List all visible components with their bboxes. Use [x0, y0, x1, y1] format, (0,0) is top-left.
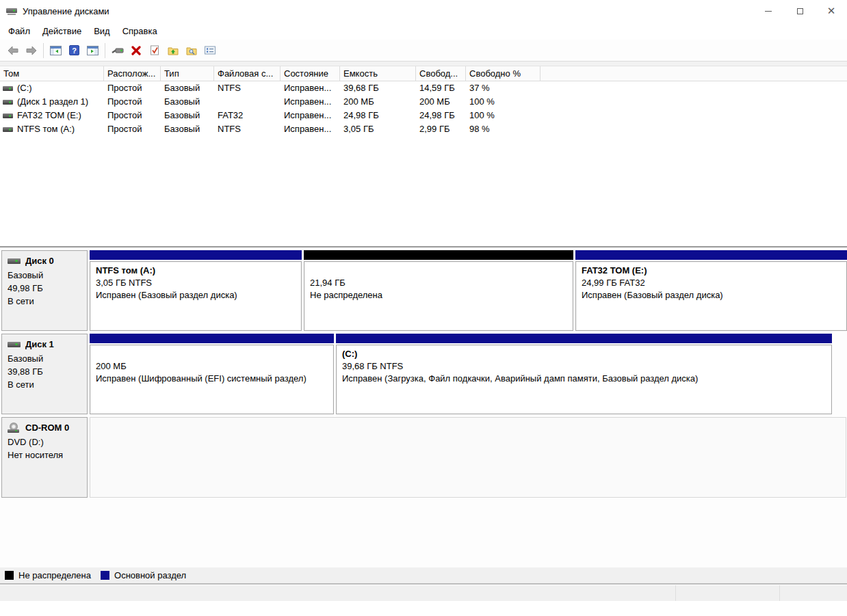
- volume-drive-icon: [3, 100, 13, 105]
- volume-cell[interactable]: (Диск 1 раздел 1): [0, 95, 104, 109]
- volume-cell[interactable]: FAT32 ТОМ (E:): [0, 109, 104, 122]
- fs-cell[interactable]: FAT32: [214, 109, 281, 122]
- folder-up-icon: [168, 46, 179, 55]
- type-cell[interactable]: Базовый: [161, 122, 214, 136]
- legend-label: Основной раздел: [114, 570, 186, 580]
- menu-file[interactable]: Файл: [2, 24, 36, 38]
- type-cell[interactable]: Базовый: [161, 95, 214, 109]
- free-cell[interactable]: 14,59 ГБ: [416, 81, 466, 95]
- status-cell[interactable]: Исправен...: [281, 122, 340, 136]
- partition-body[interactable]: NTFS том (A:) 3,05 ГБ NTFS Исправен (Баз…: [90, 261, 302, 331]
- table-row[interactable]: FAT32 ТОМ (E:) Простой Базовый FAT32 Исп…: [0, 109, 847, 122]
- toolbar: ?: [0, 40, 847, 62]
- column-header-free[interactable]: Свобод...: [416, 66, 466, 81]
- title-bar: Управление дисками ✕: [0, 0, 847, 22]
- delete-volume-button[interactable]: [127, 42, 145, 59]
- free-cell[interactable]: 2,99 ГБ: [416, 122, 466, 136]
- help-button[interactable]: ?: [65, 42, 83, 59]
- fs-cell[interactable]: NTFS: [214, 122, 281, 136]
- table-row[interactable]: (C:) Простой Базовый NTFS Исправен... 39…: [0, 81, 847, 95]
- check-page-button[interactable]: [145, 42, 164, 59]
- free-pct-cell[interactable]: 100 %: [466, 95, 540, 109]
- folder-up-button[interactable]: [164, 42, 182, 59]
- status-cell[interactable]: Исправен...: [281, 109, 340, 122]
- partition-title: FAT32 ТОМ (E:): [582, 265, 841, 277]
- disk-management-app-icon: [6, 7, 18, 16]
- type-cell[interactable]: Базовый: [161, 81, 214, 95]
- layout-cell[interactable]: Простой: [104, 95, 161, 109]
- disk-size: 49,98 ГБ: [8, 282, 84, 295]
- disk-1-panel[interactable]: Диск 1 Базовый 39,88 ГБ В сети: [1, 334, 88, 414]
- capacity-cell[interactable]: 3,05 ГБ: [340, 122, 416, 136]
- volume-name: FAT32 ТОМ (E:): [17, 109, 81, 122]
- column-header-filler: [540, 66, 847, 81]
- capacity-cell[interactable]: 200 МБ: [340, 95, 416, 109]
- column-header-status[interactable]: Состояние: [281, 66, 340, 81]
- disk-type: DVD (D:): [8, 436, 84, 448]
- column-header-capacity[interactable]: Емкость: [340, 66, 416, 81]
- minimize-button[interactable]: [753, 0, 784, 22]
- column-header-fs[interactable]: Файловая с...: [214, 66, 281, 81]
- disk-0-row: Диск 0 Базовый 49,98 ГБ В сети NTFS том …: [1, 250, 846, 331]
- free-pct-cell[interactable]: 100 %: [466, 109, 540, 122]
- partition-unallocated[interactable]: 21,94 ГБ Не распределена: [304, 250, 573, 331]
- volume-cell[interactable]: NTFS том (A:): [0, 122, 104, 136]
- partition-efi[interactable]: 200 МБ Исправен (Шифрованный (EFI) систе…: [90, 334, 334, 414]
- layout-cell[interactable]: Простой: [104, 81, 161, 95]
- filler-cell: [540, 122, 847, 136]
- folder-search-button[interactable]: [182, 42, 200, 59]
- maximize-button[interactable]: [784, 0, 816, 22]
- layout-cell[interactable]: Простой: [104, 122, 161, 136]
- back-icon: [8, 46, 18, 55]
- free-pct-cell[interactable]: 37 %: [466, 81, 540, 95]
- type-cell[interactable]: Базовый: [161, 109, 214, 122]
- disk-status: В сети: [8, 378, 84, 391]
- show-action-pane-button[interactable]: [83, 42, 102, 59]
- partition-size: 200 МБ: [96, 360, 328, 373]
- fs-cell[interactable]: NTFS: [214, 81, 281, 95]
- partition-fat32-e[interactable]: FAT32 ТОМ (E:) 24,99 ГБ FAT32 Исправен (…: [575, 250, 847, 331]
- table-row[interactable]: (Диск 1 раздел 1) Простой Базовый Исправ…: [0, 95, 847, 109]
- fs-cell[interactable]: [214, 95, 281, 109]
- partition-color-bar: [575, 250, 847, 260]
- partition-ntfs-a[interactable]: NTFS том (A:) 3,05 ГБ NTFS Исправен (Баз…: [90, 250, 302, 331]
- show-action-pane-icon: [87, 46, 99, 55]
- back-button[interactable]: [3, 42, 22, 59]
- disk-icon: [8, 342, 21, 347]
- free-cell[interactable]: 24,98 ГБ: [416, 109, 466, 122]
- partition-body[interactable]: FAT32 ТОМ (E:) 24,99 ГБ FAT32 Исправен (…: [575, 261, 847, 331]
- column-header-layout[interactable]: Располож...: [104, 66, 161, 81]
- cdrom-media-area[interactable]: [90, 417, 846, 498]
- column-header-type[interactable]: Тип: [161, 66, 214, 81]
- status-cell[interactable]: Исправен...: [281, 95, 340, 109]
- disk-0-panel[interactable]: Диск 0 Базовый 49,98 ГБ В сети: [1, 250, 88, 331]
- free-pct-cell[interactable]: 98 %: [466, 122, 540, 136]
- volume-cell[interactable]: (C:): [0, 81, 104, 95]
- help-icon: ?: [69, 45, 79, 55]
- partition-title: [96, 348, 328, 360]
- menu-view[interactable]: Вид: [88, 24, 116, 38]
- partition-body[interactable]: 21,94 ГБ Не распределена: [304, 261, 573, 331]
- capacity-cell[interactable]: 24,98 ГБ: [340, 109, 416, 122]
- cdrom-0-panel[interactable]: CD-ROM 0 DVD (D:) Нет носителя: [1, 417, 88, 498]
- free-cell[interactable]: 200 МБ: [416, 95, 466, 109]
- show-console-tree-button[interactable]: [47, 42, 65, 59]
- properties-button[interactable]: [200, 42, 219, 59]
- layout-cell[interactable]: Простой: [104, 109, 161, 122]
- column-header-free-pct[interactable]: Свободно %: [466, 66, 540, 81]
- capacity-cell[interactable]: 39,68 ГБ: [340, 81, 416, 95]
- menu-action[interactable]: Действие: [36, 24, 88, 38]
- status-cell[interactable]: Исправен...: [281, 81, 340, 95]
- partition-c[interactable]: (C:) 39,68 ГБ NTFS Исправен (Загрузка, Ф…: [336, 334, 832, 414]
- menu-help[interactable]: Справка: [116, 24, 164, 38]
- close-button[interactable]: ✕: [816, 0, 847, 22]
- rescan-disks-button[interactable]: [108, 42, 127, 59]
- partition-body[interactable]: 200 МБ Исправен (Шифрованный (EFI) систе…: [90, 345, 334, 414]
- window-title: Управление дисками: [23, 6, 109, 16]
- disk-label: Диск 0: [25, 256, 54, 266]
- forward-button[interactable]: [22, 42, 40, 59]
- table-row[interactable]: NTFS том (A:) Простой Базовый NTFS Испра…: [0, 122, 847, 136]
- column-header-volume[interactable]: Том: [0, 66, 104, 81]
- minimize-icon: [765, 11, 772, 12]
- partition-body[interactable]: (C:) 39,68 ГБ NTFS Исправен (Загрузка, Ф…: [336, 345, 832, 414]
